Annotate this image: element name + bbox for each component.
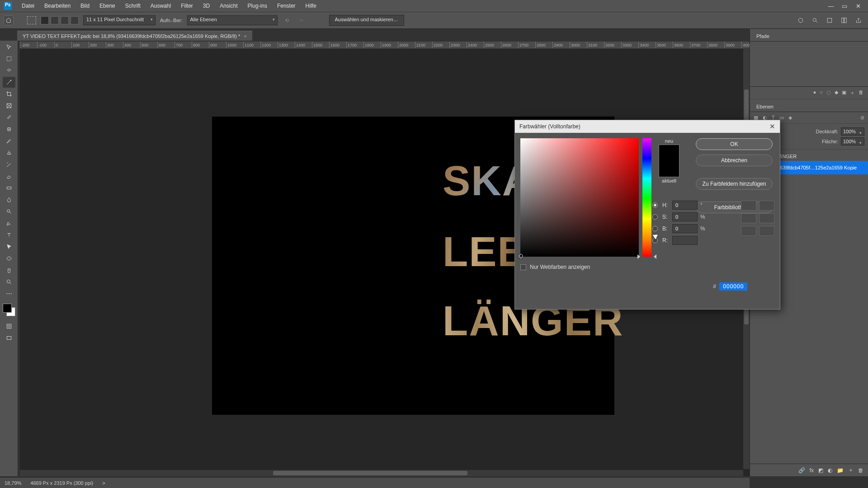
adjustment-layer-icon[interactable]: ◐ [828, 467, 832, 474]
path-from-selection-icon[interactable]: ◆ [835, 89, 838, 96]
extra-field-4[interactable] [759, 213, 774, 223]
hex-input[interactable]: 000000 [719, 282, 747, 291]
arrange-documents-icon[interactable] [826, 16, 834, 24]
brush-tool[interactable] [3, 136, 15, 146]
ok-button[interactable]: OK [696, 138, 773, 150]
menu-datei[interactable]: Datei [17, 1, 39, 11]
history-brush-tool[interactable] [3, 159, 15, 170]
hand-tool[interactable] [3, 265, 15, 276]
opacity-input[interactable]: 100% [841, 127, 864, 136]
red-input[interactable] [672, 236, 698, 245]
extra-field-6[interactable] [759, 226, 774, 236]
menu-bild[interactable]: Bild [76, 1, 94, 11]
window-close-button[interactable]: ✕ [854, 2, 862, 9]
brightness-input[interactable] [672, 224, 698, 233]
workspace-switcher-icon[interactable] [840, 16, 848, 24]
search-icon[interactable] [811, 16, 819, 24]
quick-mask-mode-icon[interactable] [3, 321, 15, 332]
saturation-radio[interactable] [652, 214, 658, 220]
selection-intersect-icon[interactable] [71, 16, 79, 24]
cancel-button[interactable]: Abbrechen [696, 155, 773, 166]
menu-3d[interactable]: 3D [198, 1, 214, 11]
clone-stamp-tool[interactable] [3, 147, 15, 158]
sample-source-dropdown[interactable]: Alle Ebenen [187, 15, 278, 25]
eraser-tool[interactable] [3, 171, 15, 182]
menu-auswahl[interactable]: Auswahl [146, 1, 175, 11]
zoom-tool[interactable] [3, 277, 15, 287]
layer-mask-icon[interactable]: ◩ [818, 467, 823, 474]
lasso-tool[interactable] [3, 65, 15, 76]
color-picker-titlebar[interactable]: Farbwähler (Volltonfarbe) ✕ [515, 120, 780, 133]
menu-ebene[interactable]: Ebene [95, 1, 120, 11]
link-layers-icon[interactable]: 🔗 [798, 467, 805, 474]
tool-preset-icon[interactable] [27, 16, 36, 24]
selection-new-icon[interactable] [41, 16, 49, 24]
edit-toolbar-icon[interactable]: ⋯ [3, 288, 15, 299]
new-group-icon[interactable]: 📁 [837, 467, 844, 474]
menu-hilfe[interactable]: Hilfe [301, 1, 321, 11]
color-field-marker[interactable] [519, 254, 523, 258]
hue-slider[interactable] [642, 138, 651, 257]
document-tab-close-icon[interactable]: × [244, 33, 246, 39]
hue-radio[interactable] [652, 202, 658, 208]
healing-brush-tool[interactable] [3, 124, 15, 135]
horizontal-scroll-thumb[interactable] [273, 471, 467, 475]
brightness-radio[interactable] [652, 226, 658, 231]
hue-input[interactable] [672, 201, 698, 210]
finger-icon[interactable]: ☞ [297, 18, 307, 23]
fill-path-icon[interactable]: ● [813, 89, 816, 96]
dodge-tool[interactable] [3, 206, 15, 217]
current-color-swatch[interactable] [659, 161, 679, 177]
type-tool[interactable] [3, 230, 15, 240]
window-minimize-button[interactable]: — [827, 2, 835, 9]
home-button[interactable] [4, 15, 14, 25]
pen-tool[interactable] [3, 218, 15, 229]
delete-path-icon[interactable]: 🗑 [859, 89, 863, 96]
extra-field-1[interactable] [741, 201, 756, 211]
selection-add-icon[interactable] [51, 16, 59, 24]
color-picker-close-icon[interactable]: ✕ [769, 122, 775, 131]
document-tab[interactable]: YT VIDEO TEXT EFFEKT.psdc bei 18,8% (934… [17, 31, 252, 41]
tab-ebenen[interactable]: Ebenen [755, 102, 775, 112]
extra-field-5[interactable] [741, 226, 756, 236]
new-path-icon[interactable]: ＋ [850, 89, 855, 96]
add-to-swatches-button[interactable]: Zu Farbfeldern hinzufügen [696, 178, 773, 190]
frame-tool[interactable] [3, 100, 15, 111]
horizontal-scrollbar[interactable] [20, 470, 743, 476]
sample-size-dropdown[interactable]: 11 x 11 Pixel Durchschnitt [83, 15, 156, 25]
filter-smartobject-icon[interactable]: ◈ [788, 115, 792, 121]
delete-layer-icon[interactable]: 🗑 [858, 467, 863, 474]
window-restore-button[interactable]: ▭ [841, 2, 848, 9]
cloud-docs-icon[interactable] [797, 16, 805, 24]
menu-fenster[interactable]: Fenster [273, 1, 300, 11]
select-and-mask-button[interactable]: Auswählen und maskieren… [329, 15, 404, 26]
extra-field-2[interactable] [759, 201, 774, 211]
gradient-tool[interactable] [3, 183, 15, 193]
stroke-path-icon[interactable]: ○ [820, 89, 823, 96]
menu-bearbeiten[interactable]: Bearbeiten [40, 1, 75, 11]
saturation-input[interactable] [672, 212, 698, 221]
extra-field-3[interactable] [741, 213, 756, 223]
red-radio[interactable] [652, 238, 658, 243]
share-icon[interactable] [854, 16, 863, 24]
color-swatches[interactable] [2, 303, 16, 317]
screen-mode-icon[interactable] [3, 333, 15, 343]
menu-schrift[interactable]: Schrift [121, 1, 145, 11]
crop-tool[interactable] [3, 89, 15, 99]
filter-toggle-icon[interactable]: ⊘ [860, 115, 864, 121]
fill-input[interactable]: 100% [841, 137, 864, 145]
color-field[interactable] [520, 138, 639, 257]
path-selection-tool[interactable] [3, 241, 15, 252]
new-layer-icon[interactable]: ＋ [848, 466, 854, 474]
dropdown-collapse-icon[interactable]: ⟲ [282, 18, 292, 23]
menu-plugins[interactable]: Plug-ins [243, 1, 272, 11]
menu-filter[interactable]: Filter [176, 1, 198, 11]
add-mask-icon[interactable]: ▣ [842, 89, 846, 96]
selection-subtract-icon[interactable] [61, 16, 69, 24]
document-dimensions[interactable]: 4669 Px x 2319 Px (300 ppi) [30, 480, 93, 486]
blur-tool[interactable] [3, 194, 15, 205]
magic-wand-tool[interactable] [3, 77, 15, 88]
shape-tool[interactable] [3, 253, 15, 264]
menu-ansicht[interactable]: Ansicht [215, 1, 242, 11]
web-colors-only-checkbox[interactable] [520, 264, 526, 270]
